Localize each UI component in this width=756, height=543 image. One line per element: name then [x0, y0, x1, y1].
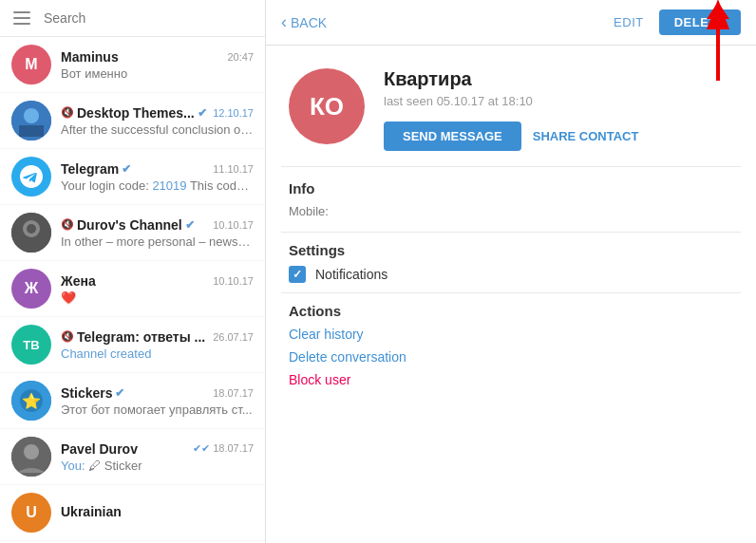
- chat-preview: Вот именно: [61, 66, 254, 81]
- list-item[interactable]: Telegram ✔ 11.10.17 Your login code: 210…: [0, 149, 265, 205]
- chat-time: 11.10.17: [213, 163, 254, 175]
- avatar: U: [11, 493, 51, 533]
- svg-text:⭐: ⭐: [22, 392, 41, 410]
- mute-icon: 🔇: [61, 218, 74, 231]
- chat-name: 🔇 Desktop Themes... ✔: [61, 105, 207, 121]
- right-panel: ‹ BACK EDIT DELETE КО Квартира la: [266, 0, 756, 543]
- chat-content: Ukrainian: [61, 504, 254, 521]
- chat-name: Maminus: [61, 49, 119, 65]
- svg-rect-2: [19, 125, 44, 137]
- list-item[interactable]: ТВ 🔇 Telegram: ответы ... 26.07.17 Chann…: [0, 317, 265, 373]
- notifications-checkbox[interactable]: [289, 266, 306, 283]
- chat-content: 🔇 Durov's Channel ✔ 10.10.17 In other – …: [61, 217, 254, 249]
- right-header: ‹ BACK EDIT DELETE: [266, 0, 756, 46]
- avatar: [11, 101, 51, 140]
- chat-preview: After the successful conclusion of...: [61, 122, 254, 137]
- chat-list: M Maminus 20:47 Вот именно 🔇 Desktop The…: [0, 37, 265, 543]
- chat-content: Stickers ✔ 18.07.17 Этот бот помогает уп…: [61, 385, 254, 417]
- chat-name: 🔇 Telegram: ответы ...: [61, 329, 205, 345]
- settings-title: Settings: [289, 242, 733, 258]
- verified-icon: ✔: [115, 386, 124, 400]
- settings-section: Settings Notifications: [266, 233, 756, 292]
- profile-status: last seen 05.10.17 at 18:10: [384, 94, 733, 108]
- avatar: [11, 213, 51, 253]
- chat-time: 10.10.17: [213, 219, 254, 231]
- delete-conversation-link[interactable]: Delete conversation: [289, 349, 733, 365]
- block-user-link[interactable]: Block user: [289, 372, 733, 387]
- info-title: Info: [289, 180, 733, 197]
- list-item[interactable]: Ж Жена 10.10.17 ❤️: [0, 261, 265, 317]
- chat-time: 12.10.17: [213, 107, 254, 119]
- chat-preview: Этот бот помогает управлять ст...: [61, 403, 254, 417]
- avatar: [11, 157, 51, 197]
- top-bar: [0, 0, 265, 37]
- notifications-row: Notifications: [289, 266, 733, 283]
- chat-time: 10.10.17: [213, 275, 254, 287]
- chat-time: ✔✔ 18.07.17: [193, 442, 254, 455]
- chat-name: Жена: [61, 273, 96, 289]
- avatar: ⭐: [11, 381, 51, 421]
- mobile-label: Mobile:: [289, 204, 329, 218]
- header-actions: EDIT DELETE: [614, 9, 741, 35]
- chat-time: 26.07.17: [213, 331, 254, 343]
- delete-button[interactable]: DELETE: [659, 9, 741, 35]
- chat-name: Telegram ✔: [61, 161, 131, 177]
- chat-preview: Channel created: [61, 346, 254, 361]
- list-item[interactable]: ⭐ Stickers ✔ 18.07.17 Этот бот помогает …: [0, 373, 265, 429]
- actions-section: Actions Clear history Delete conversatio…: [266, 293, 756, 404]
- chat-content: 🔇 Desktop Themes... ✔ 12.10.17 After the…: [61, 105, 254, 137]
- svg-point-10: [24, 444, 39, 459]
- svg-point-5: [27, 224, 36, 234]
- profile-section: КО Квартира last seen 05.10.17 at 18:10 …: [266, 46, 756, 166]
- chat-content: Maminus 20:47 Вот именно: [61, 49, 254, 81]
- chat-name: Ukrainian: [61, 504, 122, 519]
- profile-name: Квартира: [384, 68, 733, 90]
- search-input[interactable]: [44, 10, 255, 26]
- double-check-icon: ✔✔: [193, 442, 210, 454]
- chat-name: 🔇 Durov's Channel ✔: [61, 217, 195, 233]
- profile-initials: КО: [310, 92, 344, 122]
- list-item[interactable]: Pavel Durov ✔✔ 18.07.17 You: 🖊 Sticker: [0, 429, 265, 485]
- list-item[interactable]: M Maminus 20:47 Вот именно: [0, 37, 265, 93]
- avatar: M: [11, 45, 51, 84]
- chat-preview: Your login code: 21019 This code ...: [61, 178, 254, 193]
- notifications-label: Notifications: [315, 267, 387, 282]
- left-panel: M Maminus 20:47 Вот именно 🔇 Desktop The…: [0, 0, 266, 543]
- chat-preview: You: 🖊 Sticker: [61, 459, 254, 473]
- mute-icon: 🔇: [61, 106, 74, 119]
- chat-content: Pavel Durov ✔✔ 18.07.17 You: 🖊 Sticker: [61, 441, 254, 473]
- svg-point-1: [24, 108, 39, 123]
- list-item[interactable]: U Ukrainian: [0, 485, 265, 541]
- mute-icon: 🔇: [61, 330, 74, 343]
- chat-preview: In other – more personal – news, ...: [61, 234, 254, 249]
- chat-time: 20:47: [227, 51, 254, 63]
- actions-title: Actions: [289, 303, 733, 319]
- avatar: [11, 437, 51, 477]
- chat-content: 🔇 Telegram: ответы ... 26.07.17 Channel …: [61, 329, 254, 361]
- hamburger-menu[interactable]: [9, 8, 34, 28]
- chat-name: Pavel Durov: [61, 441, 138, 457]
- back-label: BACK: [291, 15, 327, 30]
- verified-icon: ✔: [185, 218, 195, 232]
- chat-name: Stickers ✔: [61, 385, 124, 401]
- send-message-button[interactable]: SEND MESSAGE: [384, 122, 521, 151]
- chat-time: 18.07.17: [213, 387, 254, 399]
- list-item[interactable]: 🔇 Durov's Channel ✔ 10.10.17 In other – …: [0, 205, 265, 261]
- avatar: ТВ: [11, 325, 51, 365]
- avatar: Ж: [11, 269, 51, 309]
- verified-icon: ✔: [198, 106, 207, 120]
- clear-history-link[interactable]: Clear history: [289, 327, 733, 342]
- edit-button[interactable]: EDIT: [614, 15, 644, 29]
- chat-preview: ❤️: [61, 290, 254, 305]
- share-contact-button[interactable]: SHARE CONTACT: [533, 122, 639, 151]
- verified-icon: ✔: [122, 162, 131, 176]
- mobile-row: Mobile:: [289, 204, 733, 218]
- profile-avatar: КО: [289, 68, 365, 144]
- info-section: Info Mobile:: [266, 167, 756, 232]
- list-item[interactable]: 🔇 Desktop Themes... ✔ 12.10.17 After the…: [0, 93, 265, 149]
- profile-actions: SEND MESSAGE SHARE CONTACT: [384, 122, 733, 151]
- chat-content: Telegram ✔ 11.10.17 Your login code: 210…: [61, 161, 254, 193]
- profile-info: Квартира last seen 05.10.17 at 18:10 SEN…: [384, 68, 733, 151]
- back-button[interactable]: ‹ BACK: [281, 12, 327, 32]
- chat-content: Жена 10.10.17 ❤️: [61, 273, 254, 305]
